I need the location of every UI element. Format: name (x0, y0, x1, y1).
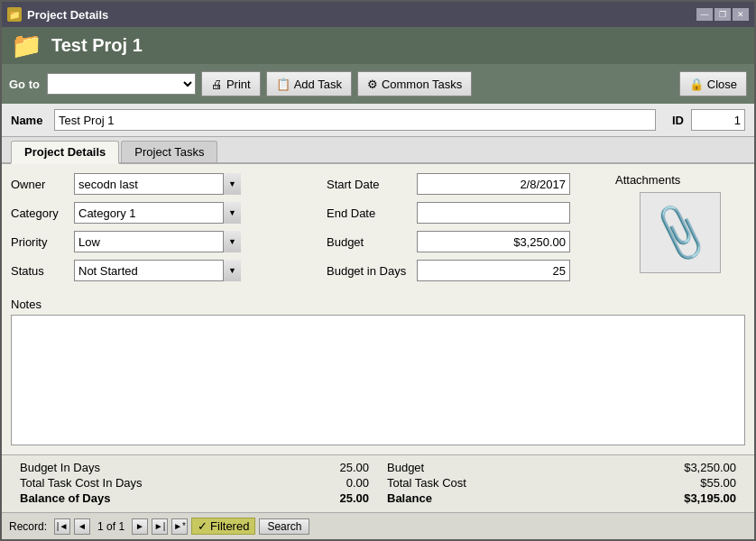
close-window-button[interactable]: ✕ (733, 8, 749, 21)
notes-label: Notes (11, 298, 745, 311)
prev-record-button[interactable]: ◄ (74, 518, 90, 535)
titlebar-icon: 📁 (7, 7, 22, 22)
name-input[interactable] (54, 109, 656, 131)
tab-project-tasks[interactable]: Project Tasks (121, 141, 217, 162)
notes-textarea[interactable] (11, 315, 745, 445)
minimize-button[interactable]: — (696, 8, 713, 21)
sum-label-budget: Budget (387, 461, 664, 474)
toolbar: Go to 🖨 Print 📋 Add Task ⚙ Common Tasks … (2, 64, 754, 104)
sum-label-taskcost: Total Task Cost (387, 476, 664, 490)
first-record-button[interactable]: |◄ (54, 518, 70, 535)
tab-bar: Project Details Project Tasks (2, 137, 754, 164)
form-mid: Start Date End Date Budget Budget in Day… (327, 173, 588, 289)
status-combo-wrap: Not Started ▼ (74, 260, 241, 281)
filtered-check-icon: ✓ (198, 519, 207, 533)
startdate-input[interactable] (417, 173, 570, 195)
budget-input[interactable] (417, 231, 570, 252)
budgetdays-row: Budget in Days (327, 260, 588, 281)
priority-combo[interactable]: Low (74, 231, 241, 252)
project-title: Test Proj 1 (51, 35, 143, 56)
status-combo[interactable]: Not Started (74, 260, 241, 281)
main-window: 📁 Project Details — ❐ ✕ 📁 Test Proj 1 Go… (0, 0, 756, 541)
summary-right-3: Balance $3,195.00 (369, 491, 736, 505)
filtered-badge: ✓ Filtered (191, 518, 255, 535)
record-info: 1 of 1 (97, 520, 124, 533)
summary-row-3: Balance of Days 25.00 Balance $3,195.00 (20, 491, 736, 505)
commontasks-icon: ⚙ (367, 78, 378, 91)
sum-value-budget: $3,250.00 (673, 461, 736, 474)
budget-row: Budget (327, 231, 588, 252)
print-button[interactable]: 🖨 Print (201, 71, 261, 96)
owner-label: Owner (11, 178, 74, 191)
sum-value-taskcostdays: 0.00 (306, 476, 369, 490)
filtered-label: Filtered (210, 519, 249, 533)
status-row: Status Not Started ▼ (11, 260, 309, 281)
summary-row-2: Total Task Cost In Days 0.00 Total Task … (20, 476, 736, 490)
budgetdays-input[interactable] (417, 260, 570, 281)
restore-button[interactable]: ❐ (715, 8, 731, 21)
titlebar-buttons: — ❐ ✕ (696, 8, 749, 21)
priority-label: Priority (11, 235, 74, 249)
owner-combo-wrap: secodn last ▼ (74, 173, 241, 195)
form-left: Owner secodn last ▼ Category Category 1 (11, 173, 309, 289)
sum-label-balance: Balance (387, 491, 664, 505)
sum-value-budgetdays: 25.00 (306, 461, 369, 474)
sum-value-balancedays: 25.00 (306, 491, 369, 505)
summary-row-1: Budget In Days 25.00 Budget $3,250.00 (20, 461, 736, 474)
goto-label: Go to (9, 78, 40, 91)
sum-label-budgetdays: Budget In Days (20, 461, 297, 474)
attachments-label: Attachments (615, 173, 680, 187)
addtask-button[interactable]: 📋 Add Task (266, 71, 352, 96)
category-combo-wrap: Category 1 ▼ (74, 202, 241, 224)
summary-right-1: Budget $3,250.00 (369, 461, 736, 474)
form-section: Owner secodn last ▼ Category Category 1 (11, 173, 745, 289)
priority-row: Priority Low ▼ (11, 231, 309, 252)
name-label: Name (11, 114, 47, 127)
content-area: Owner secodn last ▼ Category Category 1 (2, 164, 754, 454)
form-right: Attachments 📎 (606, 173, 745, 289)
paperclip-icon: 📎 (648, 201, 713, 264)
search-button[interactable]: Search (259, 518, 309, 535)
tab-project-details[interactable]: Project Details (11, 141, 119, 164)
category-combo[interactable]: Category 1 (74, 202, 241, 224)
summary-left-3: Balance of Days 25.00 (20, 491, 369, 505)
owner-combo[interactable]: secodn last (74, 173, 241, 195)
summary-section: Budget In Days 25.00 Budget $3,250.00 To… (2, 454, 754, 512)
id-input[interactable] (691, 109, 745, 131)
sum-value-balance: $3,195.00 (673, 491, 736, 505)
startdate-label: Start Date (327, 178, 417, 191)
budget-label: Budget (327, 235, 417, 249)
category-row: Category Category 1 ▼ (11, 202, 309, 224)
addtask-icon: 📋 (276, 78, 290, 91)
category-label: Category (11, 206, 74, 220)
summary-left-1: Budget In Days 25.00 (20, 461, 369, 474)
commontasks-button[interactable]: ⚙ Common Tasks (357, 71, 472, 96)
titlebar: 📁 Project Details — ❐ ✕ (2, 2, 754, 27)
notes-section: Notes (11, 298, 745, 445)
id-label: ID (672, 114, 684, 127)
sum-label-taskcostdays: Total Task Cost In Days (20, 476, 297, 490)
summary-left-2: Total Task Cost In Days 0.00 (20, 476, 369, 490)
enddate-label: End Date (327, 206, 417, 220)
attachments-box[interactable]: 📎 (640, 192, 721, 273)
recordbar: Record: |◄ ◄ 1 of 1 ► ►| ►* ✓ Filtered S… (2, 512, 754, 539)
budgetdays-label: Budget in Days (327, 264, 417, 278)
sum-label-balancedays: Balance of Days (20, 491, 297, 505)
status-label: Status (11, 264, 74, 278)
print-icon: 🖨 (211, 78, 223, 91)
goto-combo[interactable] (47, 73, 196, 95)
priority-combo-wrap: Low ▼ (74, 231, 241, 252)
last-record-button[interactable]: ►| (152, 518, 168, 535)
summary-right-2: Total Task Cost $55.00 (369, 476, 736, 490)
titlebar-title: Project Details (27, 8, 691, 22)
record-label: Record: (9, 520, 47, 533)
owner-row: Owner secodn last ▼ (11, 173, 309, 195)
startdate-row: Start Date (327, 173, 588, 195)
next-record-button[interactable]: ► (132, 518, 148, 535)
close-icon: 🔒 (689, 78, 704, 91)
sum-value-taskcost: $55.00 (673, 476, 736, 490)
enddate-input[interactable] (417, 202, 570, 224)
enddate-row: End Date (327, 202, 588, 224)
new-record-button[interactable]: ►* (171, 518, 188, 535)
close-button[interactable]: 🔒 Close (679, 71, 747, 96)
